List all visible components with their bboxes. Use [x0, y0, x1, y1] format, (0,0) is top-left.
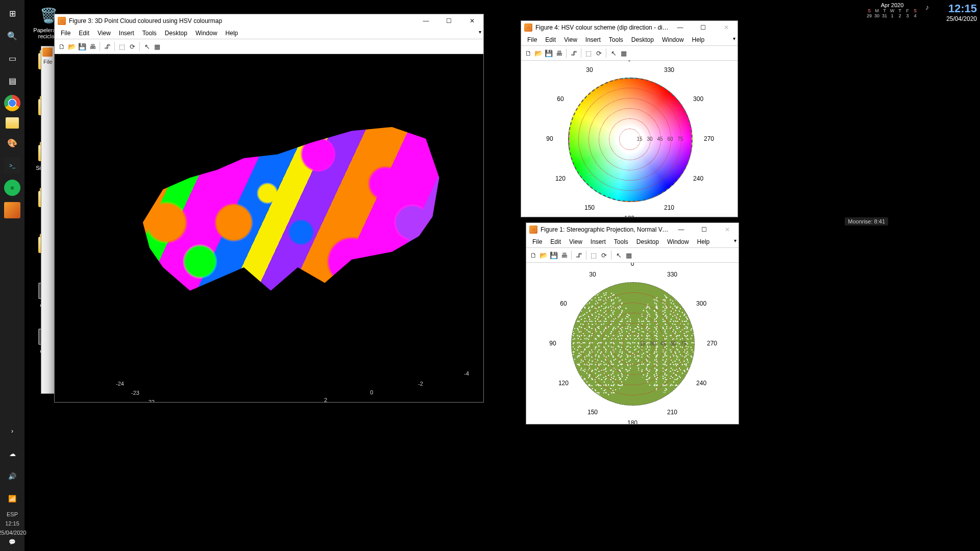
- print-button[interactable]: 🖶: [559, 250, 569, 260]
- minimize-button[interactable]: ―: [669, 21, 692, 34]
- terminal-icon[interactable]: >_: [4, 157, 20, 173]
- rotate-button[interactable]: ⟳: [599, 250, 609, 260]
- new-button[interactable]: 🗋: [523, 48, 533, 58]
- menu-view[interactable]: View: [565, 236, 586, 247]
- cursor-button[interactable]: ⬚: [583, 48, 594, 58]
- cal-day[interactable]: 3: [904, 13, 911, 18]
- matlab-icon[interactable]: [4, 202, 20, 218]
- volume-icon[interactable]: 🔊: [4, 468, 20, 484]
- menu-edit[interactable]: Edit: [541, 34, 560, 45]
- pointer-button[interactable]: ↖: [608, 48, 619, 58]
- titlebar[interactable]: Figure 1: Stereographic Projection, Norm…: [526, 223, 739, 236]
- menu-file[interactable]: File: [523, 34, 541, 45]
- expand-tray-icon[interactable]: ›: [4, 423, 20, 439]
- menu-overflow-icon[interactable]: ▾: [479, 29, 481, 35]
- rotate-button[interactable]: ⟳: [127, 41, 137, 52]
- figure-canvas[interactable]: 0306090120150180210240270300330153045607…: [521, 61, 738, 217]
- menu-help[interactable]: Help: [688, 34, 709, 45]
- minimize-button[interactable]: ―: [414, 14, 437, 28]
- menu-insert[interactable]: Insert: [586, 236, 610, 247]
- figure4-window[interactable]: Figure 4: HSV colour scheme (dip directi…: [521, 20, 738, 217]
- save-button[interactable]: 💾: [549, 250, 559, 260]
- cal-day[interactable]: 30: [873, 13, 880, 18]
- cal-day[interactable]: 4: [912, 13, 919, 18]
- link-button[interactable]: 🖇: [569, 48, 579, 58]
- spotify-icon[interactable]: ≡: [4, 180, 20, 196]
- cursor-button[interactable]: ⬚: [117, 41, 127, 52]
- network-icon[interactable]: 📶: [4, 490, 20, 507]
- onedrive-icon[interactable]: ☁: [4, 445, 20, 462]
- menu-edit[interactable]: Edit: [75, 28, 93, 39]
- tray-clock[interactable]: ESP 12:15 25/04/2020 💬: [0, 510, 27, 551]
- menu-help[interactable]: Help: [693, 236, 714, 247]
- brush-button[interactable]: ▦: [624, 250, 634, 260]
- minimize-button[interactable]: ―: [670, 223, 693, 236]
- new-button[interactable]: 🗋: [57, 41, 67, 52]
- close-button[interactable]: ✕: [715, 21, 738, 34]
- cal-day[interactable]: 31: [881, 13, 888, 18]
- figure1-window[interactable]: Figure 1: Stereographic Projection, Norm…: [526, 222, 739, 424]
- menu-insert[interactable]: Insert: [115, 28, 138, 39]
- open-button[interactable]: 📂: [533, 48, 544, 58]
- task-view-icon[interactable]: ▭: [4, 50, 20, 66]
- stereo-polar-axes[interactable]: 0306090120150180210240270300330153045607…: [561, 272, 704, 415]
- brush-button[interactable]: ▦: [152, 41, 162, 52]
- menu-desktop[interactable]: Desktop: [632, 236, 663, 247]
- menu-insert[interactable]: Insert: [581, 34, 605, 45]
- menu-desktop[interactable]: Desktop: [627, 34, 658, 45]
- print-button[interactable]: 🖶: [87, 41, 97, 52]
- explorer-icon[interactable]: ▤: [4, 72, 20, 89]
- menu-tools[interactable]: Tools: [138, 28, 161, 39]
- tray-lang[interactable]: ESP: [7, 511, 18, 517]
- link-button[interactable]: 🖇: [102, 41, 112, 52]
- music-widget-icon[interactable]: ♪: [925, 3, 929, 11]
- menu-window[interactable]: Window: [191, 28, 222, 39]
- close-button[interactable]: ✕: [716, 223, 739, 236]
- action-center-icon[interactable]: 💬: [9, 539, 16, 545]
- menu-window[interactable]: Window: [658, 34, 688, 45]
- cal-day[interactable]: 29: [866, 13, 873, 18]
- background-window-menu[interactable]: File: [43, 59, 53, 65]
- menu-edit[interactable]: Edit: [546, 236, 565, 247]
- pointer-button[interactable]: ↖: [142, 41, 152, 52]
- link-button[interactable]: 🖇: [574, 250, 584, 260]
- figure3-window[interactable]: Figure 3: 3D Point Cloud coloured using …: [54, 14, 484, 403]
- pointer-button[interactable]: ↖: [614, 250, 624, 260]
- menu-file[interactable]: File: [57, 28, 75, 39]
- open-button[interactable]: 📂: [538, 250, 549, 260]
- menu-file[interactable]: File: [528, 236, 546, 247]
- menu-tools[interactable]: Tools: [610, 236, 632, 247]
- open-button[interactable]: 📂: [67, 41, 77, 52]
- figure-canvas[interactable]: -6-4-202468-24-23-22-21-20: [55, 54, 483, 402]
- menu-tools[interactable]: Tools: [605, 34, 627, 45]
- titlebar[interactable]: Figure 4: HSV colour scheme (dip directi…: [521, 21, 738, 34]
- close-button[interactable]: ✕: [460, 14, 483, 28]
- start-button[interactable]: ⊞: [4, 5, 20, 21]
- calendar-widget[interactable]: Apr 2020 SMTWTFS 2930311234: [866, 2, 919, 18]
- maximize-button[interactable]: ☐: [693, 223, 716, 236]
- cal-day[interactable]: 1: [889, 13, 896, 18]
- hsv-polar-axes[interactable]: 0306090120150180210240270300330153045607…: [558, 67, 701, 210]
- figure-canvas[interactable]: 0306090120150180210240270300330153045607…: [526, 263, 739, 424]
- menu-view[interactable]: View: [560, 34, 581, 45]
- menu-window[interactable]: Window: [663, 236, 693, 247]
- menu-overflow-icon[interactable]: ▾: [734, 238, 737, 243]
- cal-day[interactable]: 2: [896, 13, 903, 18]
- search-icon[interactable]: 🔍: [4, 28, 20, 44]
- menu-overflow-icon[interactable]: ▾: [733, 36, 736, 41]
- menu-help[interactable]: Help: [222, 28, 242, 39]
- print-button[interactable]: 🖶: [554, 48, 564, 58]
- brush-button[interactable]: ▦: [619, 48, 629, 58]
- save-button[interactable]: 💾: [544, 48, 554, 58]
- app-icon-1[interactable]: 🎨: [4, 135, 20, 151]
- menu-desktop[interactable]: Desktop: [161, 28, 191, 39]
- save-button[interactable]: 💾: [77, 41, 87, 52]
- maximize-button[interactable]: ☐: [692, 21, 715, 34]
- cursor-button[interactable]: ⬚: [589, 250, 599, 260]
- rotate-button[interactable]: ⟳: [594, 48, 604, 58]
- chrome-icon[interactable]: [4, 95, 20, 111]
- new-button[interactable]: 🗋: [528, 250, 538, 260]
- menu-view[interactable]: View: [93, 28, 115, 39]
- maximize-button[interactable]: ☐: [437, 14, 460, 28]
- titlebar[interactable]: Figure 3: 3D Point Cloud coloured using …: [55, 14, 483, 28]
